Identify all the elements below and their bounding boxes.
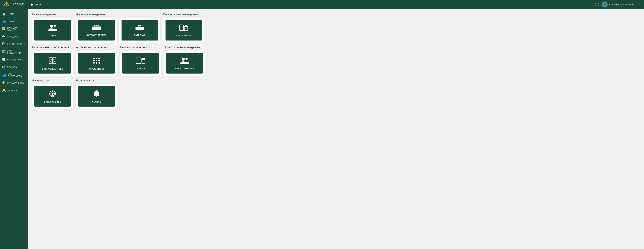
tile-label-sub-customers: SUB-CUSTOMERS bbox=[175, 68, 194, 70]
logo-sub: communications bbox=[11, 5, 26, 7]
user-menu[interactable]: 👤 Customer administrator bbox=[602, 2, 634, 8]
main-content: Users management bbox=[28, 9, 644, 249]
svg-point-46 bbox=[98, 60, 100, 61]
cards-applications: APPLICATIONS bbox=[76, 51, 117, 76]
svg-point-18 bbox=[4, 59, 5, 60]
svg-rect-7 bbox=[3, 37, 3, 37]
gateway-groups-icon bbox=[2, 27, 5, 31]
section-title-users: Users management bbox=[32, 13, 73, 16]
svg-point-21 bbox=[4, 60, 5, 61]
row-2: Data converters management bbox=[32, 46, 640, 76]
sidebar-item-users[interactable]: 👥 USERS bbox=[0, 18, 28, 25]
sidebar-label-devices: DEVICES bbox=[7, 66, 17, 68]
section-title-gateways: Gateways management bbox=[76, 13, 160, 16]
section-data-converters-management: Data converters management bbox=[32, 46, 73, 76]
sidebar-item-home[interactable]: 🏠 HOME bbox=[0, 11, 28, 18]
svg-rect-12 bbox=[2, 50, 5, 53]
sidebar-item-device-models[interactable]: DEVICE MODELS bbox=[0, 40, 28, 48]
svg-point-13 bbox=[2, 58, 3, 59]
logo-text: TEKTELIC bbox=[11, 3, 26, 5]
card-alarms[interactable]: ALARMS bbox=[76, 84, 117, 109]
cards-data-converters: DATA CONVERTERS bbox=[32, 51, 73, 76]
svg-point-15 bbox=[4, 58, 5, 59]
tile-label-applications: APPLICATIONS bbox=[88, 68, 104, 70]
fullscreen-icon[interactable]: ⛶ bbox=[595, 3, 599, 7]
card-applications[interactable]: APPLICATIONS bbox=[76, 51, 117, 76]
sidebar-item-devices[interactable]: DEVICES bbox=[0, 64, 28, 71]
card-gateway-groups[interactable]: GATEWAY GROUPS bbox=[76, 18, 117, 43]
svg-rect-11 bbox=[4, 43, 5, 44]
tile-label-data-converters: DATA CONVERTERS bbox=[42, 68, 63, 70]
svg-point-41 bbox=[93, 58, 95, 59]
gateway-logs-tile-icon bbox=[48, 90, 57, 100]
sidebar-item-alarms[interactable]: 🔔 ALARMS bbox=[0, 87, 28, 94]
cards-gateways: GATEWAY GROUPS bbox=[76, 18, 160, 43]
devices-nav-icon bbox=[2, 65, 5, 69]
gateway-logs-nav-icon bbox=[2, 81, 5, 85]
breadcrumb-label: Home bbox=[34, 3, 42, 6]
tile-label-gateway-groups: GATEWAY GROUPS bbox=[86, 34, 107, 36]
cards-devices: DEVICES bbox=[120, 51, 161, 76]
svg-point-47 bbox=[93, 62, 95, 64]
topbar: TEKTELIC communications 🏠 Home ⛶ 👤 Custo… bbox=[0, 0, 644, 9]
sidebar-label-sub-customers: SUB-CUSTOMERS bbox=[8, 73, 26, 77]
applications-tile-icon bbox=[92, 57, 101, 67]
svg-point-48 bbox=[96, 62, 97, 64]
card-sub-customers[interactable]: SUB-CUSTOMERS bbox=[164, 51, 205, 76]
section-title-sub-customers: Sub-Customers management bbox=[164, 46, 205, 49]
gateways-nav-icon bbox=[2, 35, 5, 39]
more-options-icon[interactable]: ⋮ bbox=[637, 2, 641, 7]
svg-point-57 bbox=[52, 93, 53, 94]
sidebar-item-applications[interactable]: APPLICATIONS → bbox=[0, 56, 28, 64]
section-title-device-models: Device models management bbox=[163, 13, 204, 16]
gateways-tile-icon bbox=[135, 24, 145, 33]
section-device-models-management: Device models management DEVICE bbox=[163, 13, 204, 43]
sidebar-label-gateway-logs: GATEWAY LOGS bbox=[7, 82, 24, 84]
section-applications-management: Applications management bbox=[76, 46, 117, 76]
section-title-devices: Devices management bbox=[120, 46, 161, 49]
card-users[interactable]: USERS bbox=[32, 18, 73, 43]
section-users-management: Users management bbox=[32, 13, 73, 43]
home-icon: 🏠 bbox=[2, 12, 6, 16]
sidebar-item-gateway-groups[interactable]: GATEWAY GROUPS bbox=[0, 25, 28, 33]
svg-rect-8 bbox=[4, 37, 4, 37]
card-data-converters[interactable]: DATA CONVERTERS bbox=[32, 51, 73, 76]
svg-rect-3 bbox=[4, 28, 5, 29]
card-device-models[interactable]: DEVICE MODELS bbox=[163, 18, 204, 43]
applications-nav-icon bbox=[2, 58, 5, 62]
sidebar-item-sub-customers[interactable]: 👥 SUB-CUSTOMERS bbox=[0, 71, 28, 79]
users-icon: 👥 bbox=[2, 20, 6, 23]
tile-label-device-models: DEVICE MODELS bbox=[175, 35, 193, 37]
home-breadcrumb-icon: 🏠 bbox=[30, 3, 33, 6]
svg-point-49 bbox=[98, 62, 100, 64]
sidebar-item-gateways[interactable]: GATEWAYS bbox=[0, 33, 28, 40]
svg-point-20 bbox=[3, 60, 4, 61]
sidebar-label-data-converters: DATA CONVERTERS bbox=[7, 50, 26, 54]
svg-rect-4 bbox=[2, 29, 4, 30]
row-3: Gateway logs bbox=[32, 79, 640, 109]
section-gateway-logs: Gateway logs bbox=[32, 79, 73, 109]
breadcrumb: 🏠 Home bbox=[30, 3, 42, 6]
section-sub-customers-management: Sub-Customers management bbox=[164, 46, 205, 76]
svg-rect-2 bbox=[2, 28, 4, 29]
card-gateway-logs[interactable]: GATEWAY LOGS bbox=[32, 84, 73, 109]
tile-gateways: GATEWAYS bbox=[122, 20, 158, 41]
card-gateways[interactable]: GATEWAYS bbox=[119, 18, 160, 43]
topbar-right: ⛶ 👤 Customer administrator ⋮ bbox=[595, 2, 641, 8]
sidebar-item-data-converters[interactable]: DATA CONVERTERS bbox=[0, 48, 28, 56]
device-models-nav-icon bbox=[2, 42, 5, 46]
section-devices-management: Devices management DEVICES bbox=[120, 46, 161, 76]
tile-data-converters: DATA CONVERTERS bbox=[34, 53, 71, 74]
section-title-applications: Applications management bbox=[76, 46, 117, 49]
svg-point-27 bbox=[4, 82, 4, 83]
tile-label-gateway-logs: GATEWAY LOGS bbox=[44, 101, 61, 103]
svg-point-14 bbox=[3, 58, 4, 59]
card-devices[interactable]: DEVICES bbox=[120, 51, 161, 76]
svg-point-44 bbox=[93, 60, 95, 61]
tile-label-devices: DEVICES bbox=[136, 68, 146, 70]
svg-rect-9 bbox=[2, 43, 4, 45]
tile-gateway-groups: GATEWAY GROUPS bbox=[78, 20, 115, 41]
svg-rect-35 bbox=[138, 28, 139, 29]
sidebar-item-gateway-logs[interactable]: GATEWAY LOGS bbox=[0, 79, 28, 87]
gateway-groups-tile-icon bbox=[92, 24, 102, 33]
